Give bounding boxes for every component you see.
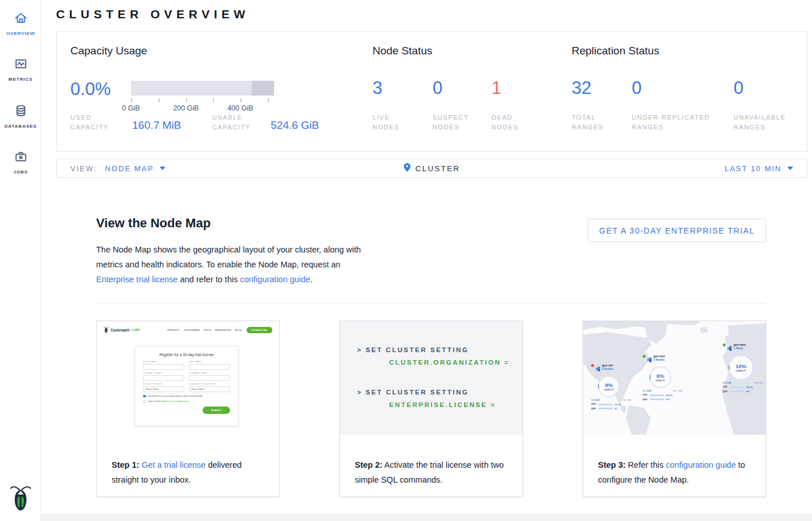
enterprise-trial-button[interactable]: GET A 30-DAY ENTERPRISE TRIAL — [588, 219, 766, 242]
sql-commands-snippet: > SET CLUSTER SETTING CLUSTER.ORGANIZATI… — [340, 321, 522, 435]
sql-command-1-arg: CLUSTER.ORGANIZATION = — [389, 359, 522, 366]
step3-caption: Step 3: Refer this configuration guide t… — [583, 435, 766, 487]
step3-card: geo=sfo 2 Nodes 9% CAPACITY 3.2 GiB 331 … — [583, 321, 766, 497]
cockroach-labs-logo — [9, 484, 32, 511]
sidebar: OVERVIEW METRICS DATABASES — [0, 0, 41, 521]
total-ranges-value: 32 — [572, 79, 591, 97]
submit-button: SUBMIT — [203, 406, 230, 414]
cockroach-labs-mini-logo: Cockroach LABS — [104, 326, 140, 333]
checkbox-icon — [143, 400, 146, 403]
dead-nodes-value: 1 — [492, 79, 501, 97]
database-icon — [13, 110, 29, 120]
node-cube-icon — [596, 364, 601, 374]
cpu-sparkline — [598, 404, 613, 405]
enterprise-trial-license-link[interactable]: Enterprise trial license — [96, 275, 178, 284]
under-replicated-ranges-label: UNDER-REPLICATED RANGES — [632, 113, 710, 132]
trial-license-site-screenshot: Cockroach LABS PRODUCT CUSTOMERS DOCS RE… — [97, 321, 279, 435]
suspect-nodes-value: 0 — [433, 79, 442, 97]
qps-sparkline — [730, 390, 744, 392]
sql-command-1: > SET CLUSTER SETTING — [357, 346, 522, 353]
dead-nodes-label: DEAD NODES — [492, 113, 518, 132]
step2-card: > SET CLUSTER SETTING CLUSTER.ORGANIZATI… — [339, 321, 523, 497]
home-icon — [13, 18, 29, 27]
checkbox-checked-icon — [143, 395, 146, 398]
view-bar: VIEW: NODE MAP CLUSTER LAST 10 MIN — [56, 159, 807, 178]
breadcrumb[interactable]: CLUSTER — [57, 163, 807, 174]
sidebar-item-label: OVERVIEW — [0, 31, 41, 36]
license-agreement-checkbox-row: I agree to the Software License Agreemen… — [143, 400, 230, 403]
node-map-preview: geo=sfo 2 Nodes 9% CAPACITY 3.2 GiB 331 … — [583, 321, 766, 435]
last-name-field — [189, 364, 230, 370]
capacity-used-percent: 0.0% — [70, 79, 111, 100]
sql-command-2: > SET CLUSTER SETTING — [357, 389, 522, 396]
total-ranges-label: TOTAL RANGES — [572, 113, 604, 132]
capacity-donut: 9% CAPACITY — [598, 376, 620, 397]
status-dot-icon — [723, 344, 726, 346]
get-trial-license-link[interactable]: Get a trial license — [141, 460, 205, 469]
email-updates-checkbox-row: I would like to receive email updates ab… — [143, 395, 230, 398]
live-nodes-label: LIVE NODES — [373, 113, 399, 132]
site-nav-item: PRODUCT — [167, 329, 180, 331]
capacity-donut: 10% CAPACITY — [728, 355, 754, 380]
cpu-sparkline — [649, 394, 664, 396]
suspect-nodes-label: SUSPECT NODES — [433, 113, 469, 132]
company-email-field — [189, 375, 230, 381]
qps-sparkline — [649, 398, 664, 400]
gauge-tick-label: 200 GiB — [173, 104, 199, 112]
project-phase-select: Please Select — [143, 386, 184, 392]
unavailable-ranges-value: 0 — [734, 79, 743, 97]
map-pin-icon — [403, 163, 411, 174]
gauge-tick-label: 400 GiB — [227, 104, 253, 112]
step2-caption: Step 2: Activate the trial license with … — [340, 435, 522, 487]
briefcase-icon — [13, 156, 29, 166]
status-dot-icon — [643, 355, 645, 358]
page-title: CLUSTER OVERVIEW — [56, 7, 249, 21]
page-bottom-strip — [0, 514, 812, 521]
node-cube-icon — [647, 354, 652, 365]
site-nav-item: BLOG — [235, 329, 243, 331]
breadcrumb-label: CLUSTER — [415, 164, 460, 173]
node-status-title: Node Status — [373, 45, 433, 57]
trial-registration-form: Register for a 30-day trial license FIRS… — [134, 346, 239, 427]
site-nav-item: DOCS — [204, 329, 211, 331]
gauge-tick — [240, 98, 241, 102]
capacity-usage-title: Capacity Usage — [70, 45, 147, 57]
sidebar-item-databases[interactable]: DATABASES — [0, 103, 41, 129]
node-map-description: The Node Map shows the geographical layo… — [96, 242, 361, 287]
sql-command-2-arg: ENTERPRISE.LICENSE = — [389, 401, 522, 408]
sidebar-item-label: METRICS — [0, 77, 41, 82]
gauge-tick — [213, 98, 214, 102]
registration-form-title: Register for a 30-day trial license — [143, 353, 230, 357]
usable-capacity-label: USABLE CAPACITY — [212, 113, 251, 132]
section-divider — [96, 303, 766, 303]
sidebar-item-overview[interactable]: OVERVIEW — [0, 10, 41, 36]
gauge-tick — [159, 98, 160, 102]
reason-for-interest-select: Please Select — [189, 386, 230, 392]
under-replicated-ranges-value: 0 — [632, 79, 641, 97]
status-dot-icon — [591, 364, 594, 367]
step1-card: Cockroach LABS PRODUCT CUSTOMERS DOCS RE… — [96, 321, 280, 497]
sidebar-item-label: JOBS — [0, 169, 41, 175]
unavailable-ranges-label: UNAVAILABLE RANGES — [734, 113, 786, 132]
site-nav-item: RESOURCES — [215, 329, 231, 331]
sidebar-item-label: DATABASES — [0, 124, 41, 129]
capacity-gauge-reserved — [252, 81, 274, 96]
cluster-summary-panel: Capacity Usage 0.0% 0 GiB 200 GiB 400 Gi… — [56, 31, 807, 152]
gauge-tick — [186, 98, 187, 102]
used-capacity-value: 160.7 MiB — [132, 119, 181, 132]
first-name-field — [143, 364, 184, 370]
gauge-tick-label: 0 GiB — [122, 104, 140, 112]
node-cube-icon — [727, 343, 732, 353]
gauge-tick — [131, 98, 132, 102]
gauge-tick — [268, 98, 269, 102]
replication-status-title: Replication Status — [572, 45, 659, 57]
configuration-guide-link[interactable]: configuration guide — [240, 275, 310, 284]
geo-widget-nyc: geo=nyc 2 Nodes 6% CAPACITY 3.7 GiB 43.7… — [643, 354, 690, 401]
company-name-field — [143, 375, 184, 381]
configuration-guide-link[interactable]: configuration guide — [666, 460, 736, 469]
sidebar-item-metrics[interactable]: METRICS — [0, 56, 41, 82]
usable-capacity-value: 524.6 GiB — [271, 119, 319, 132]
capacity-donut: 6% CAPACITY — [649, 366, 671, 388]
sidebar-item-jobs[interactable]: JOBS — [0, 149, 41, 175]
geo-widget-ams: geo=ams 1 Node 10% CAPACITY 3.6 GiB 364 … — [723, 343, 766, 393]
